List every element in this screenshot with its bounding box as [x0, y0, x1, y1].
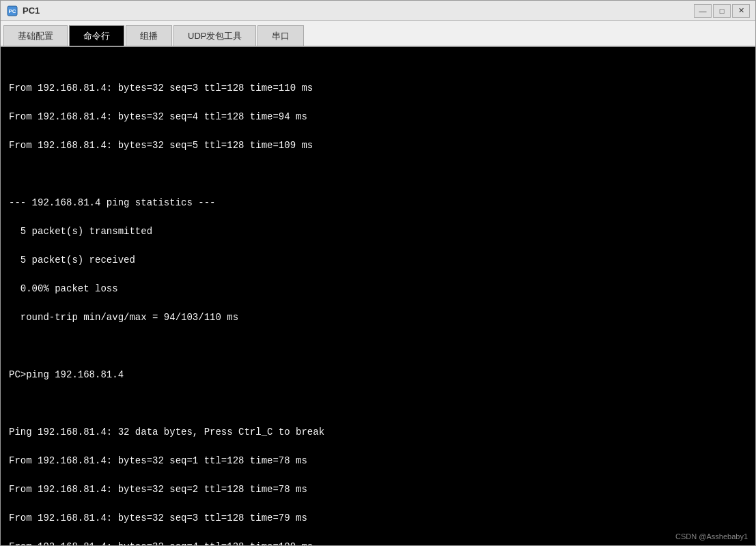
tab-cmd[interactable]: 命令行 [69, 25, 124, 46]
terminal-line: --- 192.168.81.4 ping statistics --- [9, 196, 747, 210]
terminal-line: From 192.168.81.4: bytes=32 seq=4 ttl=12… [9, 110, 747, 124]
terminal-line: PC>ping 192.168.81.4 [9, 368, 747, 382]
terminal-line: From 192.168.81.4: bytes=32 seq=5 ttl=12… [9, 139, 747, 153]
main-window: PC PC1 — □ ✕ 基础配置 命令行 组播 UDP发包工具 串口 From… [0, 0, 756, 546]
terminal-line: round-trip min/avg/max = 94/103/110 ms [9, 311, 747, 325]
terminal-line: 5 packet(s) received [9, 253, 747, 268]
terminal-line: From 192.168.81.4: bytes=32 seq=2 ttl=12… [9, 483, 747, 497]
title-bar: PC PC1 — □ ✕ [1, 1, 755, 21]
terminal-line [9, 397, 747, 411]
tab-serial[interactable]: 串口 [257, 25, 304, 46]
title-bar-left: PC PC1 [6, 5, 40, 17]
tab-basic[interactable]: 基础配置 [3, 25, 68, 46]
window-title: PC1 [23, 5, 40, 16]
terminal-line: From 192.168.81.4: bytes=32 seq=1 ttl=12… [9, 454, 747, 468]
watermark: CSDN @Asshebaby1 [675, 532, 748, 541]
terminal-line: From 192.168.81.4: bytes=32 seq=4 ttl=12… [9, 540, 747, 545]
tab-bar: 基础配置 命令行 组播 UDP发包工具 串口 [1, 21, 755, 47]
terminal-output[interactable]: From 192.168.81.4: bytes=32 seq=3 ttl=12… [1, 47, 755, 545]
close-button[interactable]: ✕ [732, 4, 750, 18]
terminal-line: From 192.168.81.4: bytes=32 seq=3 ttl=12… [9, 511, 747, 526]
maximize-button[interactable]: □ [713, 4, 731, 18]
window-controls: — □ ✕ [694, 4, 750, 18]
terminal-line [9, 167, 747, 182]
terminal-line: Ping 192.168.81.4: 32 data bytes, Press … [9, 425, 747, 440]
terminal-line [9, 339, 747, 354]
minimize-button[interactable]: — [694, 4, 712, 18]
terminal-line: 5 packet(s) transmitted [9, 225, 747, 239]
tab-udp[interactable]: UDP发包工具 [173, 25, 256, 46]
terminal-line: From 192.168.81.4: bytes=32 seq=3 ttl=12… [9, 81, 747, 96]
tab-multicast[interactable]: 组播 [126, 25, 172, 46]
terminal-line: 0.00% packet loss [9, 282, 747, 296]
app-icon: PC [6, 5, 18, 17]
svg-text:PC: PC [8, 8, 16, 14]
